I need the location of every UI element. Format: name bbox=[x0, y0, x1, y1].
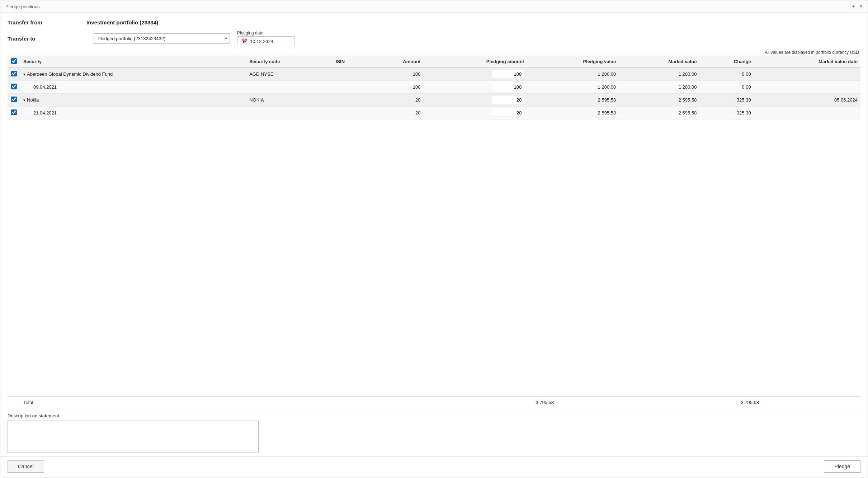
row-checkbox[interactable] bbox=[11, 97, 17, 102]
total-change bbox=[762, 397, 811, 408]
cell-security-code: AGD.NYSE bbox=[246, 68, 333, 81]
window-controls: + × bbox=[852, 3, 863, 10]
total-code bbox=[154, 397, 203, 408]
header-change: Change bbox=[699, 56, 754, 68]
table-body: ▾Aberdeen Global Dynamic Dividend FundAG… bbox=[8, 68, 860, 120]
cell-amount: 20 bbox=[368, 107, 424, 120]
date-section: Pledging date 📅 bbox=[237, 31, 294, 46]
cell-market-value-date bbox=[754, 107, 860, 120]
titlebar: Pledge positions + × bbox=[0, 0, 868, 13]
cell-market-value: 2 595,58 bbox=[619, 107, 699, 120]
cell-market-value: 2 595,58 bbox=[619, 94, 699, 107]
portfolio-dropdown[interactable]: Pledged portfolio (23132423432) bbox=[94, 33, 230, 44]
main-content: Transfer from Investment portfolio (2333… bbox=[0, 13, 868, 456]
expand-icon[interactable]: ▾ bbox=[23, 72, 25, 76]
total-empty-checkbox bbox=[8, 397, 20, 408]
total-pledge-amount bbox=[302, 397, 352, 408]
pledging-amount-input[interactable] bbox=[492, 70, 524, 78]
pledge-positions-window: Pledge positions + × Transfer from Inves… bbox=[0, 0, 868, 478]
minimize-button[interactable]: + bbox=[852, 3, 855, 10]
cell-pledging-amount bbox=[424, 68, 527, 81]
header-market-value: Market value bbox=[619, 56, 699, 68]
cell-market-value-date bbox=[754, 68, 860, 81]
currency-note: All values are displayed in portfolio cu… bbox=[8, 50, 860, 55]
form-section: Transfer from Investment portfolio (2333… bbox=[8, 19, 860, 46]
action-bar: Cancel Pledge bbox=[0, 456, 868, 478]
table-row: 09.04.20211001 200,001 200,000,00 bbox=[8, 81, 860, 94]
close-button[interactable]: × bbox=[859, 3, 863, 10]
table-header-row: Security Security code ISIN Amount Pledg… bbox=[8, 56, 860, 68]
portfolio-dropdown-wrapper: Pledged portfolio (23132423432) ▾ bbox=[94, 33, 230, 44]
cell-security: ▾Nokia bbox=[20, 94, 246, 107]
cell-pledging-amount bbox=[424, 107, 527, 120]
header-checkbox-col bbox=[8, 56, 20, 68]
cell-market-value: 1 200,00 bbox=[619, 68, 699, 81]
header-security: Security bbox=[20, 56, 246, 68]
transfer-from-value: Investment portfolio (23334) bbox=[86, 19, 158, 25]
cell-security-code bbox=[246, 107, 333, 120]
cell-amount: 20 bbox=[368, 94, 424, 107]
table-row: ▾NokiaNOKIA202 595,582 595,58325,3005.06… bbox=[8, 94, 860, 107]
header-security-code: Security code bbox=[246, 56, 333, 68]
total-market-value: 3 795,58 bbox=[557, 397, 762, 408]
header-pledging-amount: Pledging amount bbox=[424, 56, 527, 68]
total-label: Total bbox=[20, 397, 154, 408]
cell-security: 09.04.2021 bbox=[20, 81, 246, 94]
calendar-icon: 📅 bbox=[241, 38, 247, 44]
footer-section: Description on statement bbox=[8, 408, 860, 456]
header-market-value-date: Market value date bbox=[754, 56, 860, 68]
pledging-amount-input[interactable] bbox=[492, 83, 524, 91]
cell-security: ▾Aberdeen Global Dynamic Dividend Fund bbox=[20, 68, 246, 81]
cell-isin bbox=[333, 68, 368, 81]
transfer-from-row: Transfer from Investment portfolio (2333… bbox=[8, 19, 860, 25]
header-pledging-value: Pledging value bbox=[527, 56, 619, 68]
row-checkbox[interactable] bbox=[11, 71, 17, 76]
cell-market-value: 1 200,00 bbox=[619, 81, 699, 94]
total-pledging-value: 3 795,58 bbox=[352, 397, 557, 408]
cell-security-code: NOKIA bbox=[246, 94, 333, 107]
total-section: Total 3 795,58 3 795,58 bbox=[8, 397, 860, 408]
row-checkbox[interactable] bbox=[11, 109, 17, 115]
cell-pledging-amount bbox=[424, 81, 527, 94]
cell-change: 0,00 bbox=[699, 81, 754, 94]
date-input-wrapper: 📅 bbox=[237, 36, 294, 46]
cell-change: 0,00 bbox=[699, 68, 754, 81]
cell-pledging-value: 1 200,00 bbox=[527, 68, 619, 81]
pledge-button[interactable]: Pledge bbox=[824, 460, 860, 473]
total-isin bbox=[204, 397, 253, 408]
cell-pledging-value: 1 200,00 bbox=[527, 81, 619, 94]
description-textarea[interactable] bbox=[8, 421, 259, 453]
cell-security: 21.04.2021 bbox=[20, 107, 246, 120]
cell-amount: 100 bbox=[368, 81, 424, 94]
total-row: Total 3 795,58 3 795,58 bbox=[8, 397, 860, 408]
cell-amount: 100 bbox=[368, 68, 424, 81]
pledging-amount-input[interactable] bbox=[492, 96, 524, 104]
cell-change: 325,30 bbox=[699, 107, 754, 120]
row-checkbox[interactable] bbox=[11, 84, 17, 89]
transfer-to-row: Transfer to Pledged portfolio (231324234… bbox=[8, 31, 860, 46]
header-isin: ISIN bbox=[333, 56, 368, 68]
total-table: Total 3 795,58 3 795,58 bbox=[8, 397, 860, 408]
table-row: 21.04.2021202 595,582 595,58325,30 bbox=[8, 107, 860, 120]
cell-isin bbox=[333, 81, 368, 94]
table-container: Security Security code ISIN Amount Pledg… bbox=[8, 56, 860, 397]
transfer-to-label: Transfer to bbox=[8, 36, 86, 42]
cell-pledging-value: 2 595,58 bbox=[527, 107, 619, 120]
header-amount: Amount bbox=[368, 56, 424, 68]
cell-market-value-date: 05.06.2024 bbox=[754, 94, 860, 107]
positions-table: Security Security code ISIN Amount Pledg… bbox=[8, 56, 860, 120]
total-market-value-date bbox=[811, 397, 860, 408]
cell-change: 325,30 bbox=[699, 94, 754, 107]
cancel-button[interactable]: Cancel bbox=[8, 460, 44, 473]
cell-pledging-value: 2 595,58 bbox=[527, 94, 619, 107]
window-title: Pledge positions bbox=[5, 4, 39, 9]
expand-icon[interactable]: ▾ bbox=[23, 98, 25, 102]
select-all-checkbox[interactable] bbox=[11, 58, 17, 64]
cell-market-value-date bbox=[754, 81, 860, 94]
cell-isin bbox=[333, 94, 368, 107]
pledging-amount-input[interactable] bbox=[492, 109, 524, 117]
description-label: Description on statement bbox=[8, 413, 860, 418]
pledging-date-input[interactable] bbox=[250, 39, 286, 44]
transfer-from-label: Transfer from bbox=[8, 19, 86, 25]
pledging-date-label: Pledging date bbox=[237, 31, 294, 36]
